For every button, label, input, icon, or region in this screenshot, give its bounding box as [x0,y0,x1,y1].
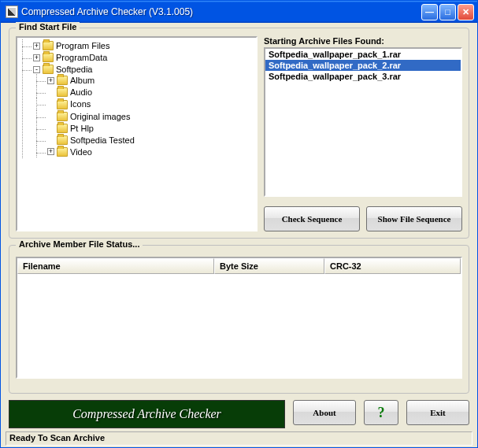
minimize-button[interactable]: — [421,4,438,20]
tree-label: ProgramData [56,53,107,62]
app-banner: Compressed Archive Checker [9,400,285,428]
folder-tree[interactable]: +Program Files+ProgramData-Softpedia+Alb… [16,36,258,231]
archive-status-group: Archive Member File Status... Filename B… [9,245,469,394]
tree-label: Icons [70,100,91,109]
col-filename[interactable]: Filename [17,258,214,274]
list-item[interactable]: Softpedia_wallpaper_pack_3.rar [265,71,461,82]
list-item[interactable]: Softpedia_wallpaper_pack_2.rar [265,60,461,71]
bottom-row: Compressed Archive Checker About ? Exit [9,400,469,428]
tree-label: Softpedia Tested [70,135,135,145]
collapse-icon[interactable]: - [33,66,40,73]
tree-node[interactable]: +Program Files [33,39,254,51]
tree-label: Original images [70,112,130,121]
tree-node[interactable]: +ProgramData [33,51,254,63]
tree-label: Album [70,76,94,85]
status-list-view[interactable]: Filename Byte Size CRC-32 [16,257,462,379]
app-window: Compressed Archive Checker (V3.1.005) — … [0,0,478,448]
folder-icon [57,100,68,109]
folder-icon [57,135,68,145]
exit-button[interactable]: Exit [406,400,469,425]
about-button[interactable]: About [293,400,356,425]
tree-label: Program Files [56,41,109,50]
list-body [17,274,461,377]
status-bar: Ready To Scan Archive [6,431,472,446]
app-icon [6,6,18,18]
list-header: Filename Byte Size CRC-32 [17,258,461,274]
folder-icon [57,87,68,97]
expand-icon[interactable]: + [33,43,40,50]
folder-icon [43,65,54,74]
show-file-sequence-button[interactable]: Show File Sequence [366,206,462,231]
tree-label: Pt Hlp [70,124,94,133]
tree-node[interactable]: Original images [47,110,254,122]
folder-icon [43,41,54,50]
titlebar[interactable]: Compressed Archive Checker (V3.1.005) — … [1,1,477,23]
found-file-list[interactable]: Softpedia_wallpaper_pack_1.rarSoftpedia_… [264,47,462,197]
expand-icon[interactable]: + [33,54,40,61]
tree-label: Audio [70,87,92,97]
expand-icon[interactable]: + [47,77,54,84]
tree-node[interactable]: Pt Hlp [47,122,254,134]
close-button[interactable]: ✕ [458,4,474,20]
find-start-file-group: Find Start File +Program Files+ProgramDa… [9,28,469,239]
help-button[interactable]: ? [364,400,398,425]
folder-icon [57,112,68,121]
tree-node[interactable]: -Softpedia+AlbumAudioIconsOriginal image… [33,63,254,158]
tree-label: Softpedia [56,65,92,74]
found-label: Starting Archive Files Found: [264,36,462,46]
expand-icon[interactable]: + [47,148,54,155]
col-bytesize[interactable]: Byte Size [214,258,324,274]
status-legend: Archive Member File Status... [16,239,143,249]
folder-icon [57,147,68,157]
window-title: Compressed Archive Checker (V3.1.005) [21,6,421,17]
tree-node[interactable]: +Video [47,146,254,157]
folder-icon [57,76,68,85]
tree-node[interactable]: Icons [47,98,254,109]
folder-icon [43,53,54,62]
client-area: Find Start File +Program Files+ProgramDa… [1,23,477,447]
col-crc32[interactable]: CRC-32 [324,258,461,274]
check-sequence-button[interactable]: Check Sequence [264,206,360,231]
tree-node[interactable]: Softpedia Tested [47,134,254,146]
list-item[interactable]: Softpedia_wallpaper_pack_1.rar [265,49,461,60]
tree-node[interactable]: Audio [47,86,254,98]
tree-node[interactable]: +Album [47,74,254,86]
maximize-button[interactable]: □ [439,4,456,20]
tree-label: Video [70,147,92,157]
find-legend: Find Start File [16,22,80,31]
folder-icon [57,124,68,133]
